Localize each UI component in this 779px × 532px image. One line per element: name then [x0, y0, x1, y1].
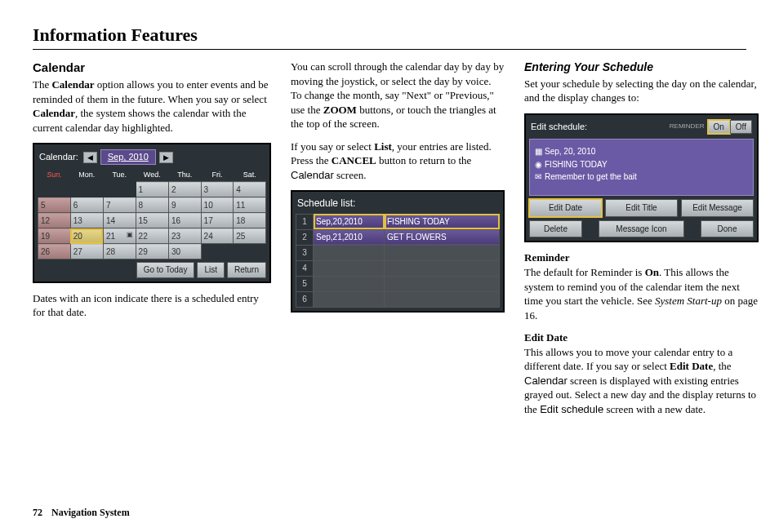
list-row-number: 4 [296, 260, 314, 276]
txt: Remember to get the bait [545, 172, 637, 181]
reminder-on-button[interactable]: On [708, 120, 730, 135]
list-row-text [385, 291, 500, 307]
calendar-cell[interactable]: 14 [103, 213, 136, 228]
calendar-cell[interactable]: 30 [168, 244, 201, 259]
calendar-cell [234, 244, 266, 259]
calendar-cell[interactable]: 12 [38, 213, 71, 228]
calendar-buttons: Go to Today List Return [38, 262, 266, 278]
prev-month-icon[interactable]: ◀ [83, 152, 97, 163]
list-row-text [385, 260, 500, 276]
go-to-today-button[interactable]: Go to Today [136, 262, 195, 278]
list-row-number: 6 [296, 291, 314, 307]
spacer [688, 220, 697, 238]
reminder-off-button[interactable]: Off [730, 120, 752, 135]
edit-date-button[interactable]: Edit Date [529, 199, 602, 217]
calendar-cell[interactable]: 13 [70, 213, 103, 228]
calendar-cell[interactable]: 28 [103, 244, 136, 259]
edit-title-button[interactable]: Edit Title [605, 199, 678, 217]
list-row-text[interactable]: GET FLOWERS [385, 229, 500, 245]
reminder-subhead: Reminder [524, 250, 759, 265]
txt: If you say or select [291, 140, 374, 153]
edit-message-button[interactable]: Edit Message [681, 199, 754, 217]
calendar-cell[interactable]: 17 [201, 213, 234, 228]
list-row-date[interactable]: Sep,21,2010 [314, 229, 385, 245]
edit-message-line: ✉Remember to get the bait [535, 171, 748, 183]
calendar-cell[interactable]: 16 [168, 213, 201, 228]
next-month-icon[interactable]: ▶ [159, 152, 173, 163]
txt-ital: System Start-up [655, 295, 722, 307]
txt-sans: Edit schedule [540, 403, 603, 415]
calendar-cell[interactable]: 7 [103, 197, 136, 213]
calendar-cell[interactable]: 3 [201, 182, 234, 197]
title-icon: ◉ [535, 159, 545, 171]
scroll-para: You can scroll through the calendar day … [291, 60, 505, 131]
calendar-cell[interactable]: 25 [234, 228, 266, 244]
calendar-cell[interactable]: 18 [234, 213, 266, 228]
message-icon-button[interactable]: Message Icon [599, 220, 684, 238]
calendar-month[interactable]: Sep, 2010 [100, 149, 156, 165]
dow-fri: Fri. [201, 168, 234, 182]
list-row-number: 2 [296, 229, 314, 245]
calendar-cell[interactable]: 22 [136, 228, 168, 244]
calendar-cell[interactable]: 15 [136, 213, 168, 228]
list-row-date [314, 260, 385, 276]
calendar-cell[interactable]: 9 [168, 197, 201, 213]
calendar-cell[interactable]: 11 [234, 197, 266, 213]
dow-wed: Wed. [136, 168, 168, 182]
list-row-text [385, 276, 500, 291]
calendar-cell[interactable]: 27 [70, 244, 103, 259]
calendar-cell[interactable]: 1 [136, 182, 168, 197]
txt-bold: Calendar [51, 78, 94, 91]
calendar-cell[interactable]: 29 [136, 244, 168, 259]
column-3: Entering Your Schedule Set your schedule… [524, 60, 759, 425]
edit-title-label: Edit schedule: [531, 121, 587, 133]
delete-button[interactable]: Delete [529, 220, 582, 238]
edit-schedule-screenshot: Edit schedule: REMINDER On Off ▦Sep, 20,… [524, 113, 759, 243]
edit-date-line: ▦Sep, 20, 2010 [535, 146, 748, 157]
calendar-cell[interactable]: 21▣ [103, 228, 136, 244]
calendar-cell[interactable]: 20 [70, 228, 103, 244]
txt-sans: Calendar [524, 375, 568, 387]
txt: button to return to the [376, 154, 472, 166]
list-row-number: 3 [296, 245, 314, 260]
schedule-list-screenshot: Schedule list: 1Sep,20,2010FISHING TODAY… [291, 190, 505, 312]
txt: screen with a new date. [603, 403, 706, 415]
list-row-text[interactable]: FISHING TODAY [385, 214, 500, 229]
cal-para-2: Dates with an icon indicate there is a s… [33, 291, 271, 320]
dow-mon: Mon. [70, 168, 103, 182]
calendar-cell[interactable]: 8 [136, 197, 168, 213]
return-button[interactable]: Return [227, 262, 266, 278]
txt: The default for Reminder is [524, 266, 645, 278]
page-number: 72 [33, 507, 42, 518]
calendar-cell[interactable]: 2 [168, 182, 201, 197]
list-row-text [385, 245, 500, 260]
footer: 72 Navigation System [33, 507, 746, 519]
schedule-list-title: Schedule list: [296, 195, 500, 213]
txt-bold: Edit Date [670, 360, 713, 372]
calendar-cell[interactable]: 19 [38, 228, 71, 244]
calendar-grid: Sun. Mon. Tue. Wed. Thu. Fri. Sat. 12345… [38, 168, 266, 259]
column-2: You can scroll through the calendar day … [291, 60, 505, 425]
page-title: Information Features [33, 24, 746, 50]
calendar-cell[interactable]: 6 [70, 197, 103, 213]
list-row-number: 1 [296, 214, 314, 229]
calendar-cell[interactable]: 26 [38, 244, 71, 259]
dow-sat: Sat. [234, 168, 266, 182]
calendar-cell [38, 182, 71, 197]
calendar-cell[interactable]: 24 [201, 228, 234, 244]
calendar-label: Calendar: [39, 151, 78, 163]
list-row-date [314, 291, 385, 307]
calendar-cell[interactable]: 4 [234, 182, 266, 197]
list-button[interactable]: List [197, 262, 225, 278]
calendar-cell[interactable]: 10 [201, 197, 234, 213]
calendar-cell[interactable]: 23 [168, 228, 201, 244]
calendar-screenshot: Calendar: ◀ Sep, 2010 ▶ Sun. Mon. Tue. W… [33, 143, 271, 282]
reminder-para: The default for Reminder is On. This all… [524, 265, 759, 322]
done-button[interactable]: Done [701, 220, 754, 238]
edit-date-subhead: Edit Date [524, 330, 759, 345]
list-row-date[interactable]: Sep,20,2010 [314, 214, 385, 229]
list-row-date [314, 276, 385, 291]
list-para: If you say or select List, your entries … [291, 140, 505, 183]
calendar-cell[interactable]: 5 [38, 197, 71, 213]
txt-bold: CANCEL [332, 154, 376, 166]
